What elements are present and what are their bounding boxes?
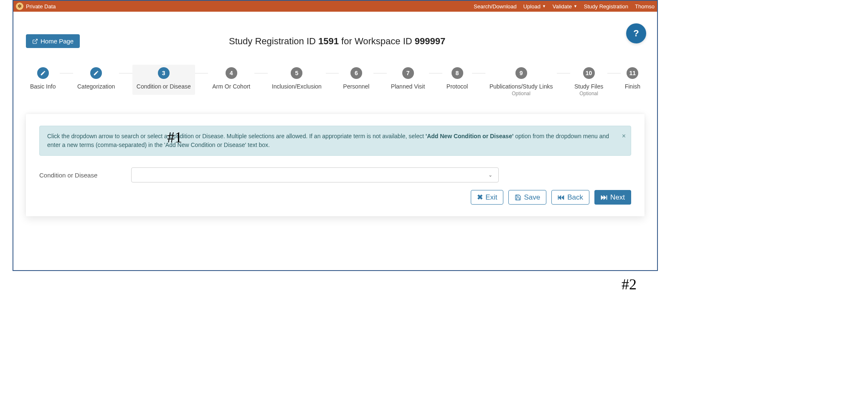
step-label: Personnel xyxy=(343,83,369,90)
step-label: Planned Visit xyxy=(391,83,425,90)
step-circle-todo: 4 xyxy=(226,67,237,79)
nav-link-label: Thomso xyxy=(635,3,655,10)
step-circle-todo: 9 xyxy=(515,67,527,79)
nav-link-search-download[interactable]: Search/Download xyxy=(474,3,517,10)
help-button[interactable]: ? xyxy=(626,23,646,43)
caret-down-icon: ▼ xyxy=(542,4,546,8)
back-button-label: Back xyxy=(567,193,583,202)
info-text-bold: 'Add New Condition or Disease' xyxy=(426,133,513,139)
pencil-icon xyxy=(93,70,99,76)
next-button[interactable]: ⏭ Next xyxy=(594,190,631,205)
wizard-stepper: Basic Info Categorization 3 Condition or… xyxy=(26,65,645,101)
step-label: Publications/Study Links xyxy=(490,83,553,90)
nav-link-label: Search/Download xyxy=(474,3,517,10)
pencil-icon xyxy=(40,70,46,76)
step-inclusion-exclusion[interactable]: 5 Inclusion/Exclusion xyxy=(268,65,326,95)
page-content: Home Page Study Registration ID 1591 for… xyxy=(13,12,657,229)
home-page-button-label: Home Page xyxy=(41,38,74,45)
step-circle-todo: 8 xyxy=(452,67,463,79)
step-label: Protocol xyxy=(447,83,468,90)
top-navbar: ✽ Private Data Search/Download Upload ▼ … xyxy=(13,1,657,12)
step-condition-or-disease[interactable]: 3 Condition or Disease xyxy=(132,65,195,95)
step-label: Inclusion/Exclusion xyxy=(272,83,322,90)
condition-select[interactable]: ⌄ xyxy=(131,167,499,182)
step-circle-todo: 6 xyxy=(350,67,362,79)
question-icon: ? xyxy=(633,28,639,39)
save-button[interactable]: Save xyxy=(508,190,546,205)
nav-link-validate[interactable]: Validate ▼ xyxy=(553,3,577,10)
form-card: Click the dropdown arrow to search or se… xyxy=(26,114,645,216)
skip-forward-icon: ⏭ xyxy=(601,193,608,202)
nav-link-label: Validate xyxy=(553,3,572,10)
step-circle-todo: 5 xyxy=(291,67,302,79)
step-categorization[interactable]: Categorization xyxy=(73,65,119,95)
save-icon xyxy=(515,194,521,201)
info-text: Click the dropdown arrow to search or se… xyxy=(47,133,426,139)
info-alert: Click the dropdown arrow to search or se… xyxy=(39,126,631,156)
chevron-down-icon: ⌄ xyxy=(488,172,492,178)
home-page-button[interactable]: Home Page xyxy=(26,34,80,48)
exit-button-label: Exit xyxy=(485,193,497,202)
back-button[interactable]: ⏮ Back xyxy=(551,190,589,205)
nav-link-upload[interactable]: Upload ▼ xyxy=(523,3,546,10)
step-circle-todo: 7 xyxy=(402,67,414,79)
close-icon: ✖ xyxy=(477,193,483,202)
step-planned-visit[interactable]: 7 Planned Visit xyxy=(387,65,429,95)
brand-icon: ✽ xyxy=(16,3,23,10)
annotation-2: #2 xyxy=(622,276,637,293)
nav-links: Search/Download Upload ▼ Validate ▼ Stud… xyxy=(474,3,655,10)
step-personnel[interactable]: 6 Personnel xyxy=(339,65,373,95)
external-link-icon xyxy=(32,38,38,44)
step-circle-done xyxy=(90,67,102,79)
step-arm-or-cohort[interactable]: 4 Arm Or Cohort xyxy=(208,65,254,95)
step-label: Basic Info xyxy=(30,83,56,90)
step-label: Arm Or Cohort xyxy=(212,83,250,90)
step-sublabel: Optional xyxy=(579,91,598,96)
condition-label: Condition or Disease xyxy=(39,172,119,179)
caret-down-icon: ▼ xyxy=(574,4,577,8)
next-button-label: Next xyxy=(610,193,625,202)
page-title: Study Registration ID 1591 for Workspace… xyxy=(80,36,594,47)
step-publications-study-links[interactable]: 9 Publications/Study Links Optional xyxy=(485,65,557,101)
nav-link-study-registration[interactable]: Study Registration xyxy=(584,3,628,10)
step-label: Finish xyxy=(625,83,640,90)
svg-line-0 xyxy=(35,39,37,41)
step-basic-info[interactable]: Basic Info xyxy=(26,65,60,95)
step-circle-current: 3 xyxy=(158,67,170,79)
save-button-label: Save xyxy=(524,193,540,202)
step-circle-done xyxy=(37,67,49,79)
exit-button[interactable]: ✖ Exit xyxy=(471,190,503,205)
nav-link-label: Study Registration xyxy=(584,3,628,10)
brand-label: Private Data xyxy=(26,3,56,10)
step-sublabel: Optional xyxy=(512,91,530,96)
nav-link-label: Upload xyxy=(523,3,541,10)
step-label: Categorization xyxy=(77,83,115,90)
nav-link-thomso[interactable]: Thomso xyxy=(635,3,655,10)
skip-back-icon: ⏮ xyxy=(558,193,565,202)
alert-close-button[interactable]: × xyxy=(622,131,626,141)
step-study-files[interactable]: 10 Study Files Optional xyxy=(570,65,607,101)
step-finish[interactable]: 11 Finish xyxy=(621,65,645,95)
step-circle-todo: 11 xyxy=(627,67,638,79)
step-protocol[interactable]: 8 Protocol xyxy=(442,65,472,95)
annotation-1: #1 xyxy=(167,129,182,146)
step-label: Study Files xyxy=(574,83,603,90)
step-circle-todo: 10 xyxy=(583,67,595,79)
app-window: ✽ Private Data Search/Download Upload ▼ … xyxy=(13,0,658,271)
step-label: Condition or Disease xyxy=(137,83,191,90)
